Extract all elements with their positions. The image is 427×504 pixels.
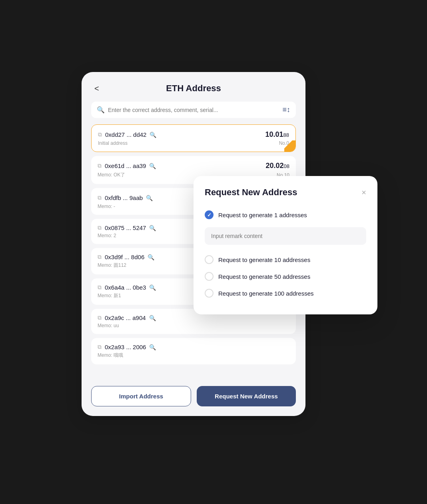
search-bar: 🔍 ≡↕ [91, 102, 296, 118]
address-text: 0xdd27 ... dd42 [105, 131, 146, 138]
header: < ETH Address [91, 83, 296, 94]
bottom-buttons: Import Address Request New Address [91, 386, 296, 406]
address-text: 0x6a4a ... 0be3 [105, 284, 146, 291]
amount-wrap: 10.0188 [265, 130, 289, 139]
search-small-icon[interactable]: 🔍 [150, 132, 156, 138]
radio-option-2[interactable]: Request to generate 10 addresses [205, 251, 366, 268]
copy-icon[interactable]: ⧉ [98, 131, 102, 138]
address-card-top: ⧉ 0x2a9c ... a904 🔍 [98, 314, 289, 321]
search-input[interactable] [108, 107, 279, 113]
back-button[interactable]: < [91, 82, 102, 95]
modal-body: Request to generate 1 addresses Request … [205, 206, 366, 302]
amount-wrap: 20.0208 [265, 162, 289, 170]
amount-decimal: 08 [284, 163, 289, 169]
radio-label: Request to generate 50 addresses [218, 273, 310, 280]
radio-label: Request to generate 10 addresses [218, 256, 310, 263]
address-card-bottom: Initial address No.0 [98, 140, 289, 146]
address-card-bottom: Memo: uu [98, 323, 289, 328]
radio-option-3[interactable]: Request to generate 50 addresses [205, 268, 366, 285]
address-text: 0xe61d ... aa39 [105, 162, 146, 169]
address-memo: Memo: 哦哦 [98, 352, 123, 359]
selected-badge [284, 140, 295, 152]
search-small-icon[interactable]: 🔍 [149, 225, 156, 231]
address-left: ⧉ 0x6a4a ... 0be3 🔍 [98, 284, 156, 291]
copy-icon[interactable]: ⧉ [98, 314, 102, 321]
search-small-icon[interactable]: 🔍 [149, 284, 156, 291]
address-card[interactable]: ⧉ 0xdd27 ... dd42 🔍 10.0188 Initial addr… [91, 124, 296, 152]
address-memo: Memo: 圆112 [98, 262, 126, 269]
amount-main: 20.02 [265, 162, 283, 170]
radio-option-1[interactable]: Request to generate 1 addresses [205, 206, 366, 223]
search-icon: 🔍 [97, 106, 105, 114]
copy-icon[interactable]: ⧉ [98, 284, 102, 291]
radio-option-4[interactable]: Request to generate 100 addresses [205, 285, 366, 302]
copy-icon[interactable]: ⧉ [98, 224, 102, 231]
address-left: ⧉ 0x0875 ... 5247 🔍 [98, 224, 156, 231]
radio-circle [205, 255, 214, 264]
address-text: 0x2a93 ... 2006 [105, 344, 146, 350]
search-small-icon[interactable]: 🔍 [149, 163, 156, 169]
request-address-modal: Request New Address × Request to generat… [194, 176, 377, 314]
address-card-top: ⧉ 0x2a93 ... 2006 🔍 [98, 344, 289, 350]
copy-icon[interactable]: ⧉ [98, 254, 102, 260]
address-memo: Memo: 2 [98, 233, 116, 238]
filter-icon[interactable]: ≡↕ [282, 106, 290, 114]
request-new-address-button[interactable]: Request New Address [197, 386, 296, 406]
search-small-icon[interactable]: 🔍 [148, 254, 154, 260]
search-small-icon[interactable]: 🔍 [149, 315, 156, 321]
address-memo: Initial address [98, 140, 128, 146]
modal-close-button[interactable]: × [361, 188, 366, 196]
amount-decimal: 88 [283, 132, 289, 138]
address-memo: Memo: 新1 [98, 292, 121, 299]
copy-icon[interactable]: ⧉ [98, 344, 102, 350]
search-small-icon[interactable]: 🔍 [146, 195, 153, 201]
address-card-top: ⧉ 0xe61d ... aa39 🔍 20.0208 [98, 162, 289, 170]
amount-main: 10.01 [265, 130, 283, 138]
address-left: ⧉ 0x2a93 ... 2006 🔍 [98, 344, 156, 350]
remark-input[interactable] [205, 227, 366, 245]
copy-icon[interactable]: ⧉ [98, 194, 102, 201]
address-left: ⧉ 0x2a9c ... a904 🔍 [98, 314, 156, 321]
address-left: ⧉ 0xfdfb ... 9aab 🔍 [98, 194, 153, 201]
address-card-bottom: Memo: 哦哦 [98, 352, 289, 359]
screen-container: < ETH Address 🔍 ≡↕ ⧉ 0xdd27 ... dd42 🔍 1… [82, 72, 345, 432]
address-card-top: ⧉ 0xdd27 ... dd42 🔍 10.0188 [98, 130, 289, 139]
copy-icon[interactable]: ⧉ [98, 162, 102, 169]
address-card[interactable]: ⧉ 0x2a93 ... 2006 🔍 Memo: 哦哦 [91, 338, 296, 364]
address-left: ⧉ 0xdd27 ... dd42 🔍 [98, 131, 156, 138]
address-memo: Memo: OK了 [98, 172, 125, 178]
address-memo: Memo: uu [98, 323, 119, 328]
address-memo: Memo: - [98, 204, 115, 209]
page-title: ETH Address [166, 83, 221, 94]
address-text: 0x2a9c ... a904 [105, 314, 146, 321]
search-small-icon[interactable]: 🔍 [149, 344, 156, 350]
radio-label: Request to generate 1 addresses [218, 212, 307, 218]
modal-header: Request New Address × [205, 187, 366, 198]
radio-circle [205, 210, 214, 219]
radio-circle [205, 272, 214, 281]
address-left: ⧉ 0xe61d ... aa39 🔍 [98, 162, 156, 169]
address-text: 0xfdfb ... 9aab [105, 194, 143, 201]
address-left: ⧉ 0x3d9f ... 8d06 🔍 [98, 254, 154, 260]
address-text: 0x0875 ... 5247 [105, 224, 146, 231]
radio-label: Request to generate 100 addresses [218, 290, 314, 297]
modal-title: Request New Address [205, 187, 297, 198]
import-address-button[interactable]: Import Address [91, 386, 191, 406]
address-text: 0x3d9f ... 8d06 [105, 254, 144, 260]
radio-circle [205, 289, 214, 298]
